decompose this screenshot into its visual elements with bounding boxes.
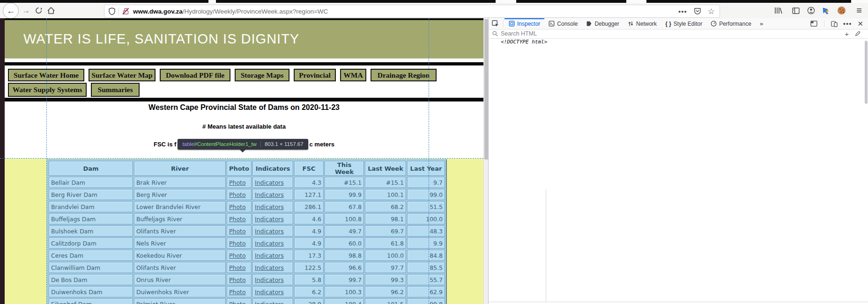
- bookmark-star-icon[interactable]: ☆: [708, 7, 715, 16]
- photo-link[interactable]: Photo: [229, 252, 246, 259]
- photo[interactable]: Photo: [227, 213, 252, 224]
- add-node-icon[interactable]: +: [845, 30, 849, 38]
- photo-link[interactable]: Photo: [229, 216, 246, 223]
- page-scrollbar[interactable]: [483, 18, 488, 304]
- photo[interactable]: Photo: [227, 177, 252, 188]
- devtools-toolbar: InspectorConsoleDebuggerNetwork{ }Style …: [489, 18, 868, 29]
- tab-label: Performance: [719, 21, 751, 27]
- indicators[interactable]: Indicators: [252, 189, 293, 200]
- tab-label: Network: [636, 21, 657, 27]
- indicators-link[interactable]: Indicators: [255, 228, 284, 235]
- library-icon: [774, 7, 782, 14]
- markup-line[interactable]: <!DOCTYPE html>: [489, 39, 868, 45]
- indicators-link[interactable]: Indicators: [255, 191, 284, 198]
- photo-link[interactable]: Photo: [229, 240, 246, 247]
- tab-label: Style Editor: [674, 21, 702, 27]
- devtools-tab-console[interactable]: Console: [544, 18, 582, 29]
- devtools-scrollbar-thumb[interactable]: [865, 41, 868, 104]
- photo-link[interactable]: Photo: [229, 179, 246, 186]
- last-year-value: 84.8: [407, 250, 445, 261]
- indicators-link[interactable]: Indicators: [255, 179, 284, 186]
- photo[interactable]: Photo: [227, 262, 252, 273]
- indicators-link[interactable]: Indicators: [255, 252, 284, 259]
- responsive-design-icon[interactable]: [831, 21, 838, 27]
- indicators[interactable]: Indicators: [252, 298, 293, 304]
- indicators-link[interactable]: Indicators: [255, 216, 284, 223]
- tracking-shield-icon[interactable]: [109, 7, 115, 15]
- indicators-link[interactable]: Indicators: [255, 276, 284, 283]
- devtools-tabs: InspectorConsoleDebuggerNetwork{ }Style …: [504, 18, 756, 29]
- photo-link[interactable]: Photo: [229, 301, 246, 304]
- account-button[interactable]: [804, 3, 817, 18]
- eyedropper-icon[interactable]: [854, 31, 861, 37]
- photo[interactable]: Photo: [227, 298, 252, 304]
- photo[interactable]: Photo: [227, 201, 252, 212]
- indicators[interactable]: Indicators: [252, 177, 293, 188]
- devtools-tab-debugger[interactable]: Debugger: [582, 18, 623, 29]
- photo[interactable]: Photo: [227, 274, 252, 285]
- sidebar-button[interactable]: [790, 3, 802, 18]
- page-actions-icon[interactable]: •••: [678, 7, 687, 15]
- nav-button-download-pdf-file[interactable]: Download PDF file: [160, 69, 230, 81]
- more-tabs-button[interactable]: »: [756, 18, 767, 29]
- devtools-tab-performance[interactable]: Performance: [706, 18, 756, 29]
- photo[interactable]: Photo: [227, 189, 252, 200]
- photo-link[interactable]: Photo: [229, 289, 246, 296]
- devtools-tab-network[interactable]: Network: [623, 18, 661, 29]
- url-text[interactable]: www.dwa.gov.za/Hydrology/Weekly/Province…: [133, 8, 328, 15]
- tab-label: Debugger: [594, 21, 619, 27]
- page-scrollbar-thumb[interactable]: [484, 19, 488, 159]
- devtools-close-icon[interactable]: ✕: [857, 20, 863, 28]
- pick-element-button[interactable]: [489, 18, 502, 29]
- indicators-link[interactable]: Indicators: [255, 240, 284, 247]
- dock-side-icon[interactable]: [810, 21, 817, 27]
- home-button[interactable]: [45, 3, 57, 18]
- devtools-tab-inspector[interactable]: Inspector: [504, 18, 544, 29]
- nav-button-provincial[interactable]: Provincial: [294, 69, 336, 81]
- photo-link[interactable]: Photo: [229, 276, 246, 283]
- library-button[interactable]: [772, 3, 784, 18]
- devtools-menu-icon[interactable]: •••: [843, 20, 852, 28]
- photo-link[interactable]: Photo: [229, 203, 246, 210]
- this-week-value: 67.8: [325, 201, 364, 212]
- indicators[interactable]: Indicators: [252, 238, 293, 249]
- insecure-lock-icon[interactable]: [122, 7, 129, 15]
- indicators[interactable]: Indicators: [252, 262, 293, 273]
- indicators-link[interactable]: Indicators: [255, 264, 284, 271]
- indicators[interactable]: Indicators: [252, 274, 293, 285]
- indicators[interactable]: Indicators: [252, 225, 293, 237]
- indicators-link[interactable]: Indicators: [255, 289, 284, 296]
- photo[interactable]: Photo: [227, 286, 252, 297]
- indicators[interactable]: Indicators: [252, 286, 293, 297]
- nav-button-wma[interactable]: WMA: [340, 69, 366, 81]
- reload-button[interactable]: [33, 3, 44, 18]
- photo[interactable]: Photo: [227, 238, 252, 249]
- forward-button[interactable]: →: [21, 3, 32, 18]
- menu-button[interactable]: ≡: [853, 3, 866, 18]
- indicators[interactable]: Indicators: [252, 250, 293, 261]
- indicators[interactable]: Indicators: [252, 213, 293, 224]
- photo-link[interactable]: Photo: [229, 264, 246, 271]
- primary-nav: Surface Water HomeSurface Water MapDownl…: [8, 69, 437, 81]
- indicators[interactable]: Indicators: [252, 201, 293, 212]
- indicators-link[interactable]: Indicators: [255, 301, 284, 304]
- photo[interactable]: Photo: [227, 250, 252, 261]
- photo-link[interactable]: Photo: [229, 228, 246, 235]
- back-button[interactable]: ←: [3, 3, 19, 19]
- nav-button-summaries[interactable]: Summaries: [91, 83, 140, 97]
- url-bar[interactable]: www.dwa.gov.za/Hydrology/Weekly/Province…: [104, 5, 720, 18]
- nav-button-storage-maps[interactable]: Storage Maps: [235, 69, 289, 81]
- nav-button-drainage-region[interactable]: Drainage Region: [371, 69, 437, 81]
- devtools-tab-style-editor[interactable]: { }Style Editor: [661, 18, 706, 29]
- this-week-value: 99.7: [325, 274, 364, 285]
- photo[interactable]: Photo: [227, 225, 252, 237]
- nav-button-water-supply-systems[interactable]: Water Supply Systems: [8, 83, 87, 97]
- fsc-value: 28.9: [294, 298, 324, 304]
- send-tab-button[interactable]: [820, 3, 832, 18]
- indicators-link[interactable]: Indicators: [255, 203, 284, 210]
- extension-button[interactable]: [835, 3, 847, 18]
- photo-link[interactable]: Photo: [229, 191, 246, 198]
- pocket-icon[interactable]: [694, 7, 701, 15]
- search-html-input[interactable]: Search HTML: [501, 30, 537, 37]
- nav-button-surface-water-map[interactable]: Surface Water Map: [89, 69, 156, 81]
